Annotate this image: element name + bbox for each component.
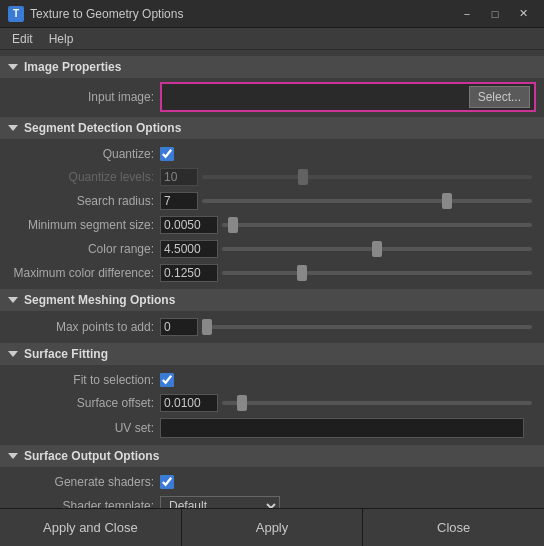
fit-selection-control — [160, 373, 532, 387]
chevron-icon-surface-fitting[interactable] — [8, 351, 18, 357]
main-content: Image Properties Input image: Select... … — [0, 50, 544, 508]
max-color-diff-row: Maximum color difference: — [0, 261, 544, 285]
uv-set-control — [160, 418, 524, 438]
chevron-icon-image-properties[interactable] — [8, 64, 18, 70]
quantize-checkbox[interactable] — [160, 147, 174, 161]
surface-offset-label: Surface offset: — [0, 396, 160, 410]
min-segment-input[interactable] — [160, 216, 218, 234]
section-label-surface-output: Surface Output Options — [24, 449, 159, 463]
quantize-row: Quantize: — [0, 143, 544, 165]
uv-set-label: UV set: — [0, 421, 160, 435]
color-range-row: Color range: — [0, 237, 544, 261]
max-color-diff-control — [160, 264, 532, 282]
close-button[interactable]: Close — [363, 509, 544, 546]
surface-offset-row: Surface offset: — [0, 391, 544, 415]
section-surface-fitting: Surface Fitting — [0, 343, 544, 365]
surface-offset-input[interactable] — [160, 394, 218, 412]
quantize-levels-label: Quantize levels: — [0, 170, 160, 184]
apply-button[interactable]: Apply — [182, 509, 364, 546]
shader-template-control: Default ... — [160, 496, 532, 508]
menu-edit[interactable]: Edit — [4, 30, 41, 48]
color-range-label: Color range: — [0, 242, 160, 256]
section-label-image-properties: Image Properties — [24, 60, 121, 74]
generate-shaders-checkbox[interactable] — [160, 475, 174, 489]
fit-selection-row: Fit to selection: — [0, 369, 544, 391]
window-controls: − □ ✕ — [454, 4, 536, 24]
search-radius-label: Search radius: — [0, 194, 160, 208]
color-range-input[interactable] — [160, 240, 218, 258]
title-bar: T Texture to Geometry Options − □ ✕ — [0, 0, 544, 28]
generate-shaders-row: Generate shaders: — [0, 471, 544, 493]
chevron-icon-surface-output[interactable] — [8, 453, 18, 459]
bottom-bar: Apply and Close Apply Close — [0, 508, 544, 546]
apply-close-button[interactable]: Apply and Close — [0, 509, 182, 546]
fit-selection-checkbox[interactable] — [160, 373, 174, 387]
input-image-label: Input image: — [12, 90, 160, 104]
search-radius-control — [160, 192, 532, 210]
quantize-levels-slider[interactable] — [202, 175, 532, 179]
menu-bar: Edit Help — [0, 28, 544, 50]
maximize-button[interactable]: □ — [482, 4, 508, 24]
section-surface-output: Surface Output Options — [0, 445, 544, 467]
section-label-segment-detection: Segment Detection Options — [24, 121, 181, 135]
fit-selection-label: Fit to selection: — [0, 373, 160, 387]
quantize-levels-control — [160, 168, 532, 186]
section-segment-detection: Segment Detection Options — [0, 117, 544, 139]
menu-help[interactable]: Help — [41, 30, 82, 48]
minimize-button[interactable]: − — [454, 4, 480, 24]
app-icon: T — [8, 6, 24, 22]
max-points-row: Max points to add: — [0, 315, 544, 339]
shader-template-dropdown[interactable]: Default ... — [160, 496, 280, 508]
window-title: Texture to Geometry Options — [30, 7, 454, 21]
chevron-icon-segment-detection[interactable] — [8, 125, 18, 131]
shader-template-row: Shader template: Default ... — [0, 493, 544, 508]
max-points-input[interactable] — [160, 318, 198, 336]
max-points-slider[interactable] — [202, 325, 532, 329]
min-segment-row: Minimum segment size: — [0, 213, 544, 237]
input-image-field[interactable] — [166, 87, 465, 107]
min-segment-slider[interactable] — [222, 223, 532, 227]
section-label-segment-meshing: Segment Meshing Options — [24, 293, 175, 307]
surface-offset-control — [160, 394, 532, 412]
quantize-control — [160, 147, 532, 161]
quantize-levels-row: Quantize levels: — [0, 165, 544, 189]
close-window-button[interactable]: ✕ — [510, 4, 536, 24]
uv-set-row: UV set: — [0, 415, 544, 441]
min-segment-label: Minimum segment size: — [0, 218, 160, 232]
select-button[interactable]: Select... — [469, 86, 530, 108]
max-points-control — [160, 318, 532, 336]
max-color-diff-input[interactable] — [160, 264, 218, 282]
search-radius-input[interactable] — [160, 192, 198, 210]
search-radius-slider[interactable] — [202, 199, 532, 203]
section-label-surface-fitting: Surface Fitting — [24, 347, 108, 361]
section-image-properties: Image Properties — [0, 56, 544, 78]
color-range-slider[interactable] — [222, 247, 532, 251]
color-range-control — [160, 240, 532, 258]
min-segment-control — [160, 216, 532, 234]
search-radius-row: Search radius: — [0, 189, 544, 213]
surface-offset-slider[interactable] — [222, 401, 532, 405]
shader-template-label: Shader template: — [0, 499, 160, 508]
generate-shaders-label: Generate shaders: — [0, 475, 160, 489]
section-segment-meshing: Segment Meshing Options — [0, 289, 544, 311]
max-points-label: Max points to add: — [0, 320, 160, 334]
max-color-diff-label: Maximum color difference: — [0, 266, 160, 280]
quantize-label: Quantize: — [0, 147, 160, 161]
chevron-icon-segment-meshing[interactable] — [8, 297, 18, 303]
max-color-diff-slider[interactable] — [222, 271, 532, 275]
generate-shaders-control — [160, 475, 532, 489]
quantize-levels-input[interactable] — [160, 168, 198, 186]
uv-set-input[interactable] — [160, 418, 524, 438]
